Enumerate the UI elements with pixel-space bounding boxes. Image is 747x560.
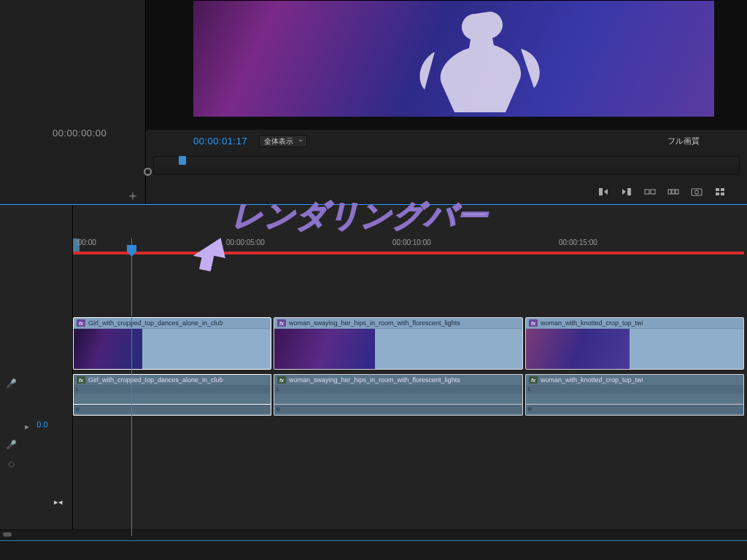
audio-clip-channel[interactable]: R (274, 404, 523, 416)
playhead-handle[interactable] (127, 245, 136, 257)
fx-badge-icon[interactable]: fx (277, 319, 286, 327)
a1-track[interactable]: fxGirl_with_cropped_top_dances_alone_in_… (73, 374, 747, 406)
voiceover-icon[interactable]: 🎤 (0, 440, 22, 450)
svg-rect-8 (721, 188, 724, 191)
mark-out-icon[interactable] (620, 187, 633, 197)
video-clip[interactable]: fxwoman_with_knotted_crop_top_twi (525, 317, 744, 370)
clip-name: woman_with_knotted_crop_top_twi (541, 319, 643, 327)
audio-clip-header: fxwoman_swaying_her_hips_in_room_with_fl… (274, 375, 522, 385)
audio-tracks: fxGirl_with_cropped_top_dances_alone_in_… (73, 374, 747, 417)
playhead-line[interactable] (131, 238, 132, 536)
svg-rect-3 (672, 190, 675, 194)
clip-thumbnail (526, 329, 630, 369)
export-frame-icon[interactable] (690, 187, 703, 197)
clip-name: woman_swaying_her_hips_in_room_with_flor… (289, 319, 460, 327)
ruler-tick: :00:00 (76, 238, 96, 246)
svg-rect-10 (721, 192, 724, 195)
audio-clip-name: Girl_with_cropped_top_dances_alone_in_cl… (88, 376, 223, 384)
extract-icon[interactable] (667, 187, 680, 197)
audio-channel-left: L (74, 385, 271, 394)
audio-channel-right: R (274, 405, 522, 413)
audio-channel-right: R (74, 405, 271, 413)
mark-in-icon[interactable] (597, 187, 610, 197)
audio-clip-name: woman_with_knotted_crop_top_twi (541, 376, 643, 384)
clip-header: fxwoman_swaying_her_hips_in_room_with_fl… (274, 318, 522, 329)
program-video-preview (193, 0, 714, 117)
mic-icon[interactable]: 🎤 (0, 378, 22, 389)
audio-clip-header: fxwoman_with_knotted_crop_top_twi (526, 375, 743, 385)
svg-rect-0 (645, 190, 649, 194)
program-scrub-bar[interactable] (146, 152, 747, 179)
solo-icon[interactable]: ◇ (0, 459, 22, 469)
bottom-divider (0, 540, 747, 541)
audio-channel-left: L (526, 385, 743, 394)
clip-header: fxwoman_with_knotted_crop_top_twi (526, 318, 743, 329)
clip-thumbnail-area (274, 329, 522, 369)
svg-rect-2 (668, 190, 671, 194)
video-tracks: fxGirl_with_cropped_top_dances_alone_in_… (73, 265, 747, 370)
scrub-zoom-knob[interactable] (144, 168, 152, 176)
clip-name: Girl_with_cropped_top_dances_alone_in_cl… (88, 319, 223, 327)
add-button[interactable]: ＋ (126, 187, 139, 204)
scrub-playhead[interactable] (179, 156, 186, 165)
snap-indicator[interactable]: ▸◂ (54, 497, 63, 507)
clip-thumbnail-area (74, 329, 271, 369)
fx-badge-icon[interactable]: fx (529, 319, 538, 327)
quality-select[interactable]: フル画質 (667, 136, 700, 147)
svg-point-6 (695, 190, 699, 194)
play-toggle-icon[interactable]: ▸ (25, 420, 29, 433)
program-timecode: 00:00:01:17 (193, 136, 247, 147)
fx-badge-icon[interactable]: fx (277, 376, 286, 384)
audio-clip[interactable]: fxGirl_with_cropped_top_dances_alone_in_… (73, 374, 271, 406)
svg-rect-9 (716, 192, 719, 195)
settings-icon[interactable] (713, 187, 727, 197)
track-header-column: 🎤 ▸ 0.0 🎤 ◇ ▸◂ (0, 205, 73, 536)
program-info-bar: 00:00:01:17 全体表示 フル画質 (146, 130, 747, 152)
scrollbar-thumb[interactable] (3, 532, 12, 537)
timeline-body[interactable]: :00:00 00:00:05:00 00:00:10:00 00:00:15:… (73, 205, 747, 536)
source-panel: 00:00:00:00 ＋ (0, 0, 146, 204)
monitors-area: 00:00:00:00 ＋ 00:00:01:17 全体表示 フル画質 (0, 0, 747, 204)
svg-rect-5 (692, 189, 702, 195)
annotation-label: レンダリングバー (232, 195, 488, 236)
ruler-tick: 00:00:10:00 (392, 238, 431, 246)
v2-track-empty[interactable] (73, 265, 747, 317)
audio-clip-channel[interactable]: R (73, 404, 271, 416)
audio-db-label: 0.0 (36, 420, 47, 433)
audio-clip-header: fxGirl_with_cropped_top_dances_alone_in_… (74, 375, 271, 385)
annotation-arrow-icon (190, 233, 233, 273)
svg-rect-4 (676, 190, 678, 194)
preview-content (391, 1, 559, 117)
fx-badge-icon[interactable]: fx (529, 376, 538, 384)
program-panel: 00:00:01:17 全体表示 フル画質 (146, 0, 747, 204)
timeline-panel: 🎤 ▸ 0.0 🎤 ◇ ▸◂ :00:00 00:00:05:00 00:00:… (0, 205, 747, 536)
horizontal-scrollbar[interactable] (0, 529, 747, 538)
fx-badge-icon[interactable]: fx (77, 376, 85, 384)
audio-clip-channel[interactable]: R (525, 404, 744, 416)
v1-track[interactable]: fxGirl_with_cropped_top_dances_alone_in_… (73, 317, 747, 370)
clip-thumbnail-area (526, 329, 743, 369)
video-clip[interactable]: fxwoman_swaying_her_hips_in_room_with_fl… (274, 317, 523, 370)
svg-rect-1 (651, 190, 655, 194)
program-video-frame (146, 0, 747, 130)
fx-badge-icon[interactable]: fx (77, 319, 85, 327)
render-bar (73, 252, 744, 254)
scrub-track[interactable] (153, 156, 740, 175)
ruler-tick: 00:00:15:00 (559, 238, 597, 246)
audio-channel-right: R (526, 405, 743, 413)
lift-icon[interactable] (643, 187, 657, 197)
zoom-select[interactable]: 全体表示 (259, 135, 307, 147)
audio-channel-left: L (274, 385, 522, 394)
source-timecode: 00:00:00:00 (53, 128, 107, 139)
clip-thumbnail (274, 329, 375, 369)
audio-clip-name: woman_swaying_her_hips_in_room_with_flor… (289, 376, 460, 384)
video-clip[interactable]: fxGirl_with_cropped_top_dances_alone_in_… (73, 317, 271, 370)
svg-rect-7 (716, 188, 719, 191)
clip-header: fxGirl_with_cropped_top_dances_alone_in_… (74, 318, 271, 329)
audio-clip[interactable]: fxwoman_with_knotted_crop_top_twiL (525, 374, 744, 406)
audio-clip[interactable]: fxwoman_swaying_her_hips_in_room_with_fl… (274, 374, 523, 406)
a1-track-ch2[interactable]: RRR (73, 404, 747, 417)
